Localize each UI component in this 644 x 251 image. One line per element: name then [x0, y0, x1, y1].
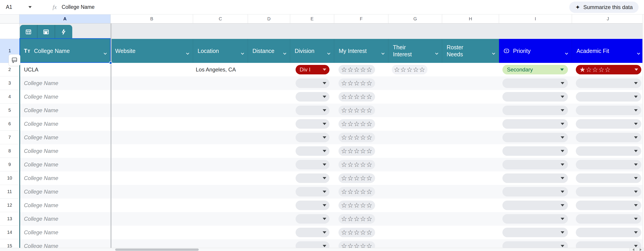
cell-priority[interactable]	[499, 131, 572, 144]
division-dropdown[interactable]	[296, 214, 330, 224]
cell-academic-fit[interactable]	[572, 131, 644, 144]
division-dropdown[interactable]	[296, 119, 330, 129]
priority-dropdown[interactable]	[502, 133, 568, 142]
cell-division[interactable]	[290, 171, 334, 185]
cell-location[interactable]	[193, 90, 248, 104]
cell-their-interest[interactable]	[388, 104, 442, 117]
cell-their-interest[interactable]	[388, 226, 442, 239]
cell-academic-fit[interactable]	[572, 158, 644, 171]
academic-fit-dropdown[interactable]	[576, 119, 641, 129]
cell-college-name[interactable]: College Name	[20, 171, 111, 185]
academic-fit-rating[interactable]: ★☆☆☆☆	[576, 65, 641, 74]
cell-distance[interactable]	[248, 104, 290, 117]
academic-fit-dropdown[interactable]	[576, 173, 641, 183]
academic-fit-dropdown[interactable]	[576, 79, 641, 88]
cell-roster-needs[interactable]	[442, 158, 499, 171]
horizontal-scrollbar[interactable]	[0, 248, 644, 251]
cell-division[interactable]	[290, 185, 334, 198]
scroll-right-button[interactable]	[637, 248, 644, 251]
cell-location[interactable]	[193, 131, 248, 144]
cell-website[interactable]	[111, 144, 193, 158]
cell-college-name[interactable]: College Name	[20, 198, 111, 212]
formula-input[interactable]: College Name	[62, 4, 94, 10]
cell-college-name[interactable]: UCLA	[20, 63, 111, 76]
cell-their-interest[interactable]	[388, 171, 442, 185]
cell-location[interactable]	[193, 185, 248, 198]
priority-dropdown[interactable]	[502, 160, 568, 169]
cell-their-interest[interactable]	[388, 212, 442, 226]
scroll-left-button[interactable]	[630, 248, 637, 251]
priority-dropdown[interactable]	[502, 228, 568, 237]
row-number[interactable]: 13	[0, 212, 20, 226]
header-my-interest[interactable]: My Interest	[334, 39, 388, 63]
column-header-F[interactable]: F	[334, 15, 388, 24]
frozen-pane-divider[interactable]	[110, 24, 112, 248]
my-interest-rating[interactable]: ☆☆☆☆☆	[338, 160, 375, 169]
vertical-scrollbar[interactable]	[642, 15, 644, 248]
division-dropdown[interactable]	[296, 133, 330, 142]
cell-my-interest[interactable]: ☆☆☆☆☆	[334, 104, 388, 117]
column-header-C[interactable]: C	[193, 15, 248, 24]
cell-college-name[interactable]: College Name	[20, 185, 111, 198]
cell-division[interactable]	[290, 76, 334, 90]
cell-website[interactable]	[111, 158, 193, 171]
chevron-down-icon[interactable]	[435, 50, 438, 56]
cell-roster-needs[interactable]	[442, 63, 499, 76]
cell-my-interest[interactable]: ☆☆☆☆☆	[334, 158, 388, 171]
cell-location[interactable]	[193, 198, 248, 212]
their-interest-rating[interactable]: ☆☆☆☆☆	[392, 65, 428, 74]
division-dropdown[interactable]	[296, 146, 330, 156]
my-interest-rating[interactable]: ☆☆☆☆☆	[338, 214, 375, 224]
column-header-H[interactable]: H	[442, 15, 499, 24]
row-number[interactable]: 9	[0, 158, 20, 171]
cell-website[interactable]	[111, 226, 193, 239]
header-location[interactable]: Location	[193, 39, 248, 63]
cell-distance[interactable]	[248, 185, 290, 198]
cell-priority[interactable]	[499, 226, 572, 239]
academic-fit-dropdown[interactable]	[576, 228, 641, 237]
table-automation-button[interactable]	[55, 25, 72, 39]
cell-college-name[interactable]: College Name	[20, 117, 111, 131]
cell-website[interactable]	[111, 63, 193, 76]
summarize-data-button[interactable]: ✦ Summarize this data	[569, 2, 638, 13]
priority-dropdown[interactable]	[502, 200, 568, 210]
cell-my-interest[interactable]: ☆☆☆☆☆	[334, 185, 388, 198]
row-number[interactable]: 11	[0, 185, 20, 198]
row-number[interactable]: 14	[0, 226, 20, 239]
cell-roster-needs[interactable]	[442, 76, 499, 90]
cell-website[interactable]	[111, 212, 193, 226]
cell-priority[interactable]	[499, 212, 572, 226]
cell-academic-fit[interactable]	[572, 90, 644, 104]
cell-roster-needs[interactable]	[442, 144, 499, 158]
cell-website[interactable]	[111, 104, 193, 117]
cell-distance[interactable]	[248, 171, 290, 185]
cell-division[interactable]	[290, 104, 334, 117]
cell-my-interest[interactable]: ☆☆☆☆☆	[334, 144, 388, 158]
cell-location[interactable]	[193, 76, 248, 90]
cell-roster-needs[interactable]	[442, 90, 499, 104]
cell-roster-needs[interactable]	[442, 185, 499, 198]
academic-fit-dropdown[interactable]	[576, 187, 641, 196]
cell-division[interactable]	[290, 226, 334, 239]
division-dropdown[interactable]	[296, 228, 330, 237]
chevron-down-icon[interactable]	[327, 50, 330, 56]
cell-distance[interactable]	[248, 226, 290, 239]
cell-distance[interactable]	[248, 76, 290, 90]
division-dropdown[interactable]	[296, 187, 330, 196]
header-college-name[interactable]: Tт College Name	[20, 39, 111, 63]
cell-their-interest[interactable]	[388, 76, 442, 90]
cell-name-box[interactable]: A1	[0, 0, 48, 14]
cell-location[interactable]	[193, 226, 248, 239]
cell-their-interest[interactable]	[388, 117, 442, 131]
column-header-A[interactable]: A	[20, 15, 111, 24]
cell-academic-fit[interactable]	[572, 104, 644, 117]
cell-my-interest[interactable]: ☆☆☆☆☆	[334, 131, 388, 144]
cell-division[interactable]	[290, 131, 334, 144]
cell-distance[interactable]	[248, 158, 290, 171]
cell-academic-fit[interactable]	[572, 171, 644, 185]
my-interest-rating[interactable]: ☆☆☆☆☆	[338, 200, 375, 210]
cell-roster-needs[interactable]	[442, 198, 499, 212]
chevron-down-icon[interactable]	[283, 50, 286, 56]
chevron-down-icon[interactable]	[186, 50, 189, 56]
cell-location[interactable]: Los Angeles, CA	[193, 63, 248, 76]
